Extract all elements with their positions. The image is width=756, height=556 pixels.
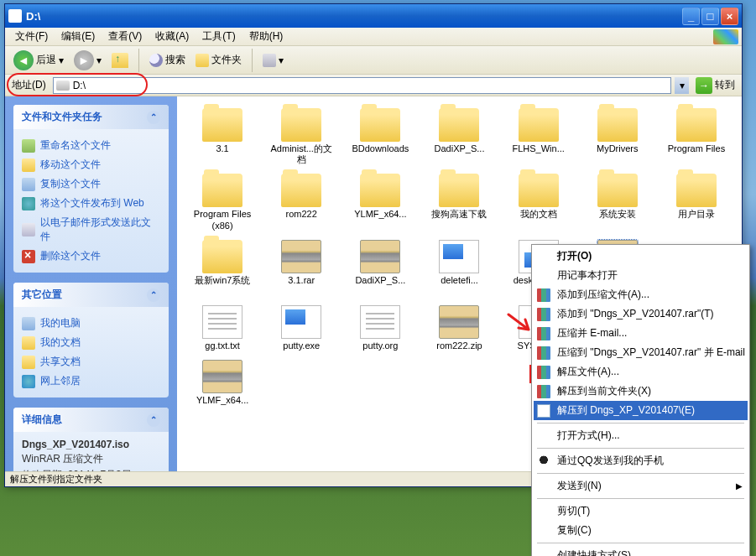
ctx-shortcut[interactable]: 创建快捷方式(S): [534, 546, 748, 556]
file-item[interactable]: rom222: [264, 172, 338, 232]
views-button[interactable]: ▾: [259, 52, 287, 69]
file-label: 用户目录: [678, 209, 715, 220]
net-icon: [22, 375, 35, 388]
ctx-extract-to[interactable]: 解压到 Dngs_XP_V201407\(E): [534, 401, 748, 420]
file-item[interactable]: 最新win7系统: [185, 238, 259, 299]
ctx-extract-files[interactable]: 解压文件(A)...: [534, 362, 748, 382]
task-link[interactable]: 删除这个文件: [22, 247, 160, 266]
ctx-qq-send[interactable]: 通过QQ发送到我的手机: [534, 451, 748, 470]
menu-edit[interactable]: 编辑(E): [55, 28, 102, 45]
file-item[interactable]: putty.exe: [264, 304, 338, 353]
place-link[interactable]: 我的电脑: [22, 314, 160, 333]
task-link[interactable]: 移动这个文件: [22, 155, 160, 174]
move-icon: [22, 158, 35, 172]
rar-icon: [537, 327, 550, 340]
ctx-compress-to-email[interactable]: 压缩到 "Dngs_XP_V201407.rar" 并 E-mail: [534, 343, 748, 362]
pc-icon: [22, 317, 35, 330]
file-item[interactable]: 3.1: [185, 107, 259, 167]
address-input[interactable]: [73, 80, 668, 91]
folders-button[interactable]: 文件夹: [192, 51, 245, 69]
address-label: 地址(D): [8, 76, 50, 94]
file-item[interactable]: 搜狗高速下载: [422, 172, 496, 232]
places-panel-header[interactable]: 其它位置 ⌃: [13, 283, 169, 307]
menu-favorites[interactable]: 收藏(A): [149, 28, 196, 45]
maximize-button[interactable]: □: [701, 8, 719, 25]
chevron-up-icon: ⌃: [147, 413, 160, 427]
ctx-compress-email[interactable]: 压缩并 E-mail...: [534, 324, 748, 343]
menu-help[interactable]: 帮助(H): [242, 28, 290, 45]
file-label: 3.1: [216, 143, 228, 154]
separator: [537, 423, 744, 423]
folder-icon: [519, 108, 559, 142]
file-label: putty.exe: [283, 340, 320, 351]
task-link[interactable]: 重命名这个文件: [22, 136, 160, 155]
file-item[interactable]: Program Files (x86): [185, 172, 259, 232]
ctx-notepad[interactable]: 用记事本打开: [534, 266, 748, 285]
folder-icon: [360, 174, 400, 207]
folder-icon: [202, 108, 242, 142]
file-item[interactable]: gg.txt.txt: [185, 304, 259, 353]
tasks-panel-header[interactable]: 文件和文件夹任务 ⌃: [13, 105, 169, 129]
file-item[interactable]: 用户目录: [660, 172, 733, 232]
address-dropdown[interactable]: ▾: [675, 77, 689, 94]
menu-tools[interactable]: 工具(T): [196, 28, 242, 45]
task-link[interactable]: 将这个文件发布到 Web: [22, 194, 160, 213]
ctx-add-to-rar[interactable]: 添加到 "Dngs_XP_V201407.rar"(T): [534, 304, 748, 324]
file-item[interactable]: putty.org: [343, 304, 417, 353]
separator: [252, 49, 253, 72]
task-link[interactable]: 以电子邮件形式发送此文件: [22, 213, 160, 247]
ctx-add-archive[interactable]: 添加到压缩文件(A)...: [534, 285, 748, 304]
task-link[interactable]: 复制这个文件: [22, 174, 160, 194]
ctx-cut[interactable]: 剪切(T): [534, 501, 748, 521]
file-label: rom222: [286, 209, 317, 220]
details-panel-header[interactable]: 详细信息 ⌃: [13, 408, 169, 432]
file-item[interactable]: Administ...的文档: [264, 107, 338, 167]
back-button[interactable]: ◄ 后退 ▾: [10, 49, 67, 72]
file-item[interactable]: FLHS_Win...: [502, 107, 576, 167]
forward-icon: ►: [74, 50, 94, 70]
file-item[interactable]: DadiXP_S...: [343, 238, 417, 299]
address-input-wrap[interactable]: [53, 77, 671, 94]
ctx-send-to[interactable]: 发送到(N)▶: [534, 476, 748, 496]
titlebar[interactable]: D:\ _ □ ×: [5, 4, 742, 28]
file-label: rom222.zip: [436, 340, 482, 351]
place-link[interactable]: 共享文档: [22, 352, 160, 372]
file-item[interactable]: YLMF_x64...: [185, 358, 259, 408]
file-item[interactable]: 3.1.rar: [264, 238, 338, 299]
forward-button[interactable]: ► ▾: [70, 49, 105, 72]
file-item[interactable]: 我的文档: [502, 172, 576, 232]
qq-icon: [537, 455, 550, 468]
delete-icon: [22, 250, 35, 263]
file-label: DadiXP_S...: [435, 143, 485, 154]
file-label: BDdownloads: [352, 143, 409, 154]
up-button[interactable]: [108, 51, 132, 70]
go-button[interactable]: → 转到: [692, 77, 738, 94]
file-item[interactable]: YLMF_x64...: [343, 172, 417, 232]
file-item[interactable]: deletefi...: [422, 238, 496, 299]
place-link[interactable]: 我的文档: [22, 333, 160, 352]
xp-flag-icon: [713, 29, 738, 44]
file-item[interactable]: BDdownloads: [343, 107, 417, 167]
file-item[interactable]: rom222.zip: [422, 304, 496, 353]
ctx-open-with[interactable]: 打开方式(H)...: [534, 426, 748, 445]
menu-view[interactable]: 查看(V): [102, 28, 149, 45]
file-item[interactable]: Program Files: [660, 107, 733, 167]
close-button[interactable]: ×: [721, 8, 738, 25]
ctx-open[interactable]: 打开(O): [534, 247, 748, 266]
file-item[interactable]: 系统安装: [581, 172, 654, 232]
submenu-arrow-icon: ▶: [736, 481, 743, 491]
separator: [138, 49, 139, 72]
ctx-extract-here[interactable]: 解压到当前文件夹(X): [534, 382, 748, 401]
folder-icon: [519, 174, 559, 207]
ctx-copy[interactable]: 复制(C): [534, 521, 748, 540]
file-label: 搜狗高速下载: [431, 209, 487, 220]
file-item[interactable]: MyDrivers: [581, 107, 654, 167]
search-button[interactable]: 搜索: [146, 51, 189, 69]
minimize-button[interactable]: _: [682, 8, 700, 25]
rar-icon: [537, 385, 550, 398]
place-link[interactable]: 网上邻居: [22, 372, 160, 391]
details-panel: 详细信息 ⌃ Dngs_XP_V201407.iso WinRAR 压缩文件 修…: [13, 408, 169, 471]
file-item[interactable]: DadiXP_S...: [422, 107, 496, 167]
places-panel: 其它位置 ⌃ 我的电脑我的文档共享文档网上邻居: [13, 283, 169, 398]
menu-file[interactable]: 文件(F): [8, 28, 55, 45]
